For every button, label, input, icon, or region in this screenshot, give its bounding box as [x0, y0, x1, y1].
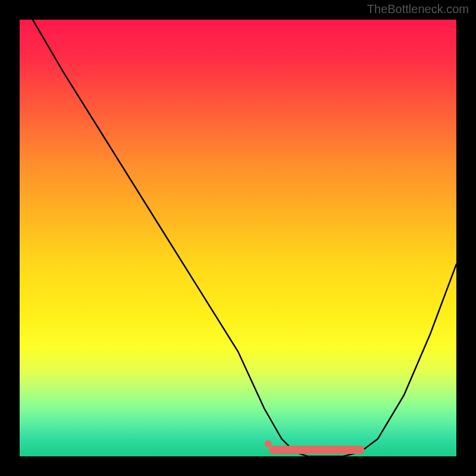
chart-plot-area [20, 20, 456, 456]
watermark-label: TheBottleneck.com [367, 2, 469, 16]
chart-svg [20, 20, 456, 456]
bottleneck-curve [33, 20, 456, 456]
optimal-range-band [265, 440, 361, 450]
optimal-range-start-dot [265, 440, 272, 447]
